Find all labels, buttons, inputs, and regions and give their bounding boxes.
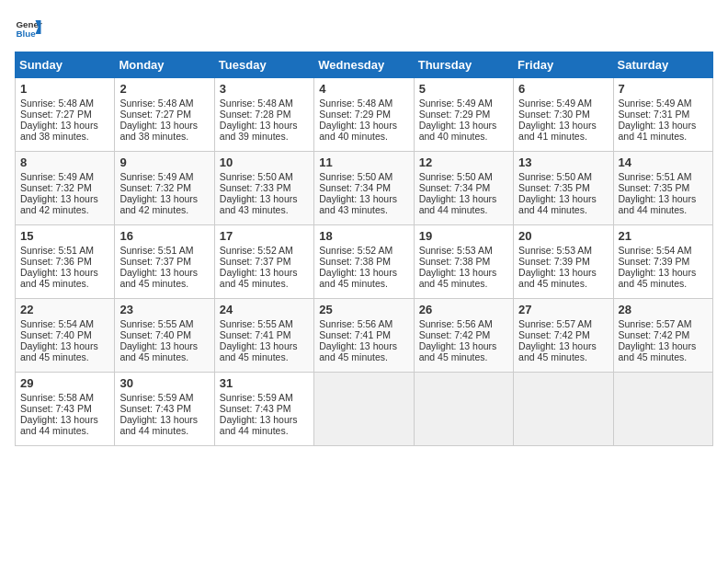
sunset-label: Sunset: 7:43 PM	[119, 403, 191, 414]
calendar-cell: 18 Sunrise: 5:52 AM Sunset: 7:38 PM Dayl…	[314, 225, 414, 299]
daylight-label: Daylight: 13 hours and 41 minutes.	[518, 120, 597, 142]
day-number: 14	[619, 155, 708, 169]
calendar-week-3: 15 Sunrise: 5:51 AM Sunset: 7:36 PM Dayl…	[16, 225, 713, 299]
calendar-cell: 21 Sunrise: 5:54 AM Sunset: 7:39 PM Dayl…	[613, 225, 712, 299]
daylight-label: Daylight: 13 hours and 45 minutes.	[619, 340, 697, 362]
sunset-label: Sunset: 7:40 PM	[119, 329, 191, 340]
calendar-cell: 11 Sunrise: 5:50 AM Sunset: 7:34 PM Dayl…	[314, 152, 414, 225]
sunrise-label: Sunrise: 5:53 AM	[419, 245, 493, 256]
daylight-label: Daylight: 13 hours and 44 minutes.	[518, 193, 597, 215]
daylight-label: Daylight: 13 hours and 41 minutes.	[619, 120, 697, 142]
calendar-cell: 3 Sunrise: 5:48 AM Sunset: 7:28 PM Dayli…	[214, 78, 313, 152]
daylight-label: Daylight: 13 hours and 42 minutes.	[119, 193, 198, 215]
sunset-label: Sunset: 7:38 PM	[419, 256, 491, 267]
sunrise-label: Sunrise: 5:54 AM	[20, 318, 94, 329]
sunrise-label: Sunrise: 5:49 AM	[419, 98, 493, 109]
calendar-cell: 4 Sunrise: 5:48 AM Sunset: 7:29 PM Dayli…	[314, 78, 414, 152]
sunset-label: Sunset: 7:35 PM	[518, 182, 590, 193]
sunrise-label: Sunrise: 5:48 AM	[119, 98, 193, 109]
sunset-label: Sunset: 7:37 PM	[119, 256, 191, 267]
day-number: 4	[319, 82, 408, 96]
col-header-tuesday: Tuesday	[214, 52, 313, 78]
calendar-cell: 17 Sunrise: 5:52 AM Sunset: 7:37 PM Dayl…	[214, 225, 313, 299]
sunrise-label: Sunrise: 5:49 AM	[119, 171, 193, 182]
calendar-table: SundayMondayTuesdayWednesdayThursdayFrid…	[15, 52, 713, 446]
day-number: 13	[518, 155, 608, 169]
day-number: 24	[220, 303, 309, 316]
daylight-label: Daylight: 13 hours and 45 minutes.	[20, 267, 98, 289]
sunset-label: Sunset: 7:42 PM	[419, 329, 491, 340]
calendar-cell: 10 Sunrise: 5:50 AM Sunset: 7:33 PM Dayl…	[214, 152, 313, 225]
daylight-label: Daylight: 13 hours and 45 minutes.	[419, 267, 497, 289]
sunset-label: Sunset: 7:42 PM	[619, 329, 690, 340]
daylight-label: Daylight: 13 hours and 44 minutes.	[119, 414, 198, 436]
calendar-cell: 19 Sunrise: 5:53 AM Sunset: 7:38 PM Dayl…	[414, 225, 513, 299]
daylight-label: Daylight: 13 hours and 45 minutes.	[319, 340, 397, 362]
sunrise-label: Sunrise: 5:55 AM	[119, 318, 193, 329]
day-number: 30	[119, 376, 209, 390]
daylight-label: Daylight: 13 hours and 40 minutes.	[419, 120, 497, 142]
day-number: 17	[220, 229, 309, 243]
daylight-label: Daylight: 13 hours and 39 minutes.	[220, 120, 298, 142]
sunset-label: Sunset: 7:41 PM	[319, 329, 391, 340]
sunset-label: Sunset: 7:34 PM	[319, 182, 391, 193]
calendar-cell: 28 Sunrise: 5:57 AM Sunset: 7:42 PM Dayl…	[613, 299, 712, 373]
sunrise-label: Sunrise: 5:50 AM	[319, 171, 392, 182]
sunrise-label: Sunrise: 5:50 AM	[518, 171, 592, 182]
sunset-label: Sunset: 7:33 PM	[220, 182, 291, 193]
sunrise-label: Sunrise: 5:59 AM	[220, 392, 293, 403]
day-number: 11	[319, 155, 408, 169]
sunset-label: Sunset: 7:34 PM	[419, 182, 491, 193]
calendar-cell: 15 Sunrise: 5:51 AM Sunset: 7:36 PM Dayl…	[16, 225, 115, 299]
calendar-cell: 6 Sunrise: 5:49 AM Sunset: 7:30 PM Dayli…	[514, 78, 613, 152]
daylight-label: Daylight: 13 hours and 45 minutes.	[119, 340, 198, 362]
sunrise-label: Sunrise: 5:52 AM	[319, 245, 392, 256]
sunrise-label: Sunrise: 5:52 AM	[220, 245, 293, 256]
daylight-label: Daylight: 13 hours and 45 minutes.	[518, 267, 597, 289]
daylight-label: Daylight: 13 hours and 44 minutes.	[220, 414, 298, 436]
calendar-cell	[314, 373, 414, 446]
calendar-cell: 13 Sunrise: 5:50 AM Sunset: 7:35 PM Dayl…	[514, 152, 613, 225]
day-number: 7	[619, 82, 708, 96]
daylight-label: Daylight: 13 hours and 44 minutes.	[20, 414, 98, 436]
day-number: 2	[119, 82, 209, 96]
calendar-cell: 30 Sunrise: 5:59 AM Sunset: 7:43 PM Dayl…	[115, 373, 214, 446]
sunrise-label: Sunrise: 5:56 AM	[319, 318, 392, 329]
day-number: 28	[619, 303, 708, 316]
sunrise-label: Sunrise: 5:48 AM	[20, 98, 94, 109]
sunset-label: Sunset: 7:37 PM	[220, 256, 291, 267]
sunrise-label: Sunrise: 5:49 AM	[619, 98, 692, 109]
col-header-saturday: Saturday	[613, 52, 712, 78]
calendar-cell: 23 Sunrise: 5:55 AM Sunset: 7:40 PM Dayl…	[115, 299, 214, 373]
day-number: 3	[220, 82, 309, 96]
calendar-cell	[514, 373, 613, 446]
daylight-label: Daylight: 13 hours and 45 minutes.	[619, 267, 697, 289]
calendar-week-2: 8 Sunrise: 5:49 AM Sunset: 7:32 PM Dayli…	[16, 152, 713, 225]
calendar-week-5: 29 Sunrise: 5:58 AM Sunset: 7:43 PM Dayl…	[16, 373, 713, 446]
logo: General Blue	[15, 15, 46, 42]
logo-icon: General Blue	[15, 15, 42, 42]
sunset-label: Sunset: 7:28 PM	[220, 109, 291, 120]
calendar-cell: 24 Sunrise: 5:55 AM Sunset: 7:41 PM Dayl…	[214, 299, 313, 373]
sunrise-label: Sunrise: 5:51 AM	[619, 171, 692, 182]
calendar-cell: 27 Sunrise: 5:57 AM Sunset: 7:42 PM Dayl…	[514, 299, 613, 373]
sunrise-label: Sunrise: 5:49 AM	[20, 171, 94, 182]
calendar-cell: 7 Sunrise: 5:49 AM Sunset: 7:31 PM Dayli…	[613, 78, 712, 152]
sunset-label: Sunset: 7:41 PM	[220, 329, 291, 340]
day-number: 18	[319, 229, 408, 243]
daylight-label: Daylight: 13 hours and 45 minutes.	[419, 340, 497, 362]
calendar-cell: 22 Sunrise: 5:54 AM Sunset: 7:40 PM Dayl…	[16, 299, 115, 373]
sunset-label: Sunset: 7:42 PM	[518, 329, 590, 340]
sunrise-label: Sunrise: 5:48 AM	[319, 98, 392, 109]
calendar-cell: 31 Sunrise: 5:59 AM Sunset: 7:43 PM Dayl…	[214, 373, 313, 446]
calendar-cell	[414, 373, 513, 446]
sunrise-label: Sunrise: 5:50 AM	[220, 171, 293, 182]
daylight-label: Daylight: 13 hours and 42 minutes.	[20, 193, 98, 215]
day-number: 31	[220, 376, 309, 390]
sunset-label: Sunset: 7:32 PM	[119, 182, 191, 193]
day-number: 16	[119, 229, 209, 243]
day-number: 20	[518, 229, 608, 243]
sunrise-label: Sunrise: 5:49 AM	[518, 98, 592, 109]
sunset-label: Sunset: 7:43 PM	[20, 403, 92, 414]
day-number: 6	[518, 82, 608, 96]
